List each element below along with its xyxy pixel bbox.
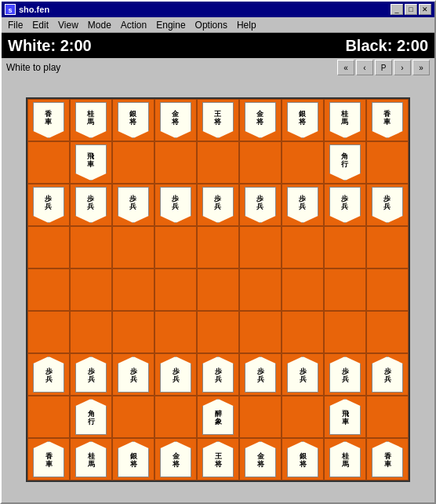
cell-2-2[interactable]: 歩兵: [112, 184, 154, 226]
menu-help[interactable]: Help: [232, 18, 261, 32]
nav-prev-button[interactable]: ‹: [356, 60, 373, 75]
piece-8-8: 香車: [370, 440, 405, 478]
cell-1-0[interactable]: [27, 141, 70, 184]
cell-7-6[interactable]: [282, 396, 324, 438]
minimize-button[interactable]: _: [391, 4, 403, 15]
nav-pos-button[interactable]: P: [375, 60, 392, 75]
cell-2-0[interactable]: 歩兵: [27, 184, 70, 226]
cell-4-6[interactable]: [282, 268, 324, 311]
cell-3-1[interactable]: [70, 226, 112, 268]
cell-1-2[interactable]: [112, 141, 154, 184]
cell-3-7[interactable]: [324, 226, 366, 268]
cell-8-4[interactable]: 王将: [197, 438, 239, 480]
cell-7-7[interactable]: 飛車: [324, 396, 366, 438]
cell-7-5[interactable]: [239, 396, 282, 438]
menu-options[interactable]: Options: [191, 18, 232, 32]
cell-4-5[interactable]: [239, 268, 282, 311]
cell-2-8[interactable]: 歩兵: [366, 184, 409, 226]
cell-5-6[interactable]: [282, 311, 324, 353]
cell-2-1[interactable]: 歩兵: [70, 184, 112, 226]
cell-5-2[interactable]: [112, 311, 154, 353]
cell-1-4[interactable]: [197, 141, 239, 184]
cell-5-5[interactable]: [239, 311, 282, 353]
cell-2-6[interactable]: 歩兵: [282, 184, 324, 226]
cell-6-3[interactable]: 歩兵: [154, 353, 197, 396]
cell-2-7[interactable]: 歩兵: [324, 184, 366, 226]
cell-5-1[interactable]: [70, 311, 112, 353]
cell-2-5[interactable]: 歩兵: [239, 184, 282, 226]
cell-0-7[interactable]: 桂馬: [324, 99, 366, 141]
cell-3-4[interactable]: [197, 226, 239, 268]
cell-8-0[interactable]: 香車: [27, 438, 70, 480]
cell-0-6[interactable]: 銀将: [282, 99, 324, 141]
cell-4-2[interactable]: [112, 268, 154, 311]
cell-8-2[interactable]: 銀将: [112, 438, 154, 480]
cell-0-2[interactable]: 銀将: [112, 99, 154, 141]
cell-4-8[interactable]: [366, 268, 409, 311]
cell-4-3[interactable]: [154, 268, 197, 311]
cell-3-2[interactable]: [112, 226, 154, 268]
nav-first-button[interactable]: «: [337, 60, 354, 75]
cell-5-7[interactable]: [324, 311, 366, 353]
cell-5-8[interactable]: [366, 311, 409, 353]
cell-0-8[interactable]: 香車: [366, 99, 409, 141]
nav-last-button[interactable]: »: [412, 60, 430, 75]
menu-edit[interactable]: Edit: [27, 18, 53, 32]
cell-1-8[interactable]: [366, 141, 409, 184]
cell-0-3[interactable]: 金将: [154, 99, 197, 141]
cell-7-8[interactable]: [366, 396, 409, 438]
cell-4-0[interactable]: [27, 268, 70, 311]
close-button[interactable]: ✕: [419, 4, 431, 15]
cell-5-0[interactable]: [27, 311, 70, 353]
maximize-button[interactable]: □: [405, 4, 417, 15]
cell-8-6[interactable]: 銀将: [282, 438, 324, 480]
menu-file[interactable]: File: [3, 18, 27, 32]
cell-8-3[interactable]: 金将: [154, 438, 197, 480]
cell-4-4[interactable]: [197, 268, 239, 311]
cell-6-0[interactable]: 歩兵: [27, 353, 70, 396]
cell-1-7[interactable]: 角行: [324, 141, 366, 184]
menu-view[interactable]: View: [53, 18, 83, 32]
cell-6-8[interactable]: 歩兵: [366, 353, 409, 396]
cell-7-2[interactable]: [112, 396, 154, 438]
menu-action[interactable]: Action: [116, 18, 151, 32]
piece-2-0: 歩兵: [31, 186, 66, 224]
nav-next-button[interactable]: ›: [394, 60, 411, 75]
cell-1-5[interactable]: [239, 141, 282, 184]
cell-1-1[interactable]: 飛車: [70, 141, 112, 184]
cell-8-8[interactable]: 香車: [366, 438, 409, 480]
cell-2-3[interactable]: 歩兵: [154, 184, 197, 226]
cell-8-7[interactable]: 桂馬: [324, 438, 366, 480]
cell-6-7[interactable]: 歩兵: [324, 353, 366, 396]
cell-5-4[interactable]: [197, 311, 239, 353]
menu-mode[interactable]: Mode: [83, 18, 116, 32]
cell-0-4[interactable]: 王将: [197, 99, 239, 141]
cell-7-1[interactable]: 角行: [70, 396, 112, 438]
cell-6-6[interactable]: 歩兵: [282, 353, 324, 396]
cell-3-6[interactable]: [282, 226, 324, 268]
menu-engine[interactable]: Engine: [151, 18, 190, 32]
cell-3-8[interactable]: [366, 226, 409, 268]
cell-0-5[interactable]: 金将: [239, 99, 282, 141]
cell-3-0[interactable]: [27, 226, 70, 268]
cell-6-4[interactable]: 歩兵: [197, 353, 239, 396]
cell-4-1[interactable]: [70, 268, 112, 311]
cell-0-1[interactable]: 桂馬: [70, 99, 112, 141]
cell-3-5[interactable]: [239, 226, 282, 268]
cell-8-5[interactable]: 金将: [239, 438, 282, 480]
cell-4-7[interactable]: [324, 268, 366, 311]
cell-7-4[interactable]: 醉象: [197, 396, 239, 438]
cell-6-5[interactable]: 歩兵: [239, 353, 282, 396]
cell-3-3[interactable]: [154, 226, 197, 268]
cell-7-3[interactable]: [154, 396, 197, 438]
cell-6-1[interactable]: 歩兵: [70, 353, 112, 396]
piece-7-1: 角行: [74, 398, 108, 436]
cell-5-3[interactable]: [154, 311, 197, 353]
cell-8-1[interactable]: 桂馬: [70, 438, 112, 480]
cell-2-4[interactable]: 歩兵: [197, 184, 239, 226]
cell-7-0[interactable]: [27, 396, 70, 438]
cell-0-0[interactable]: 香車: [27, 99, 70, 141]
cell-6-2[interactable]: 歩兵: [112, 353, 154, 396]
cell-1-6[interactable]: [282, 141, 324, 184]
cell-1-3[interactable]: [154, 141, 197, 184]
